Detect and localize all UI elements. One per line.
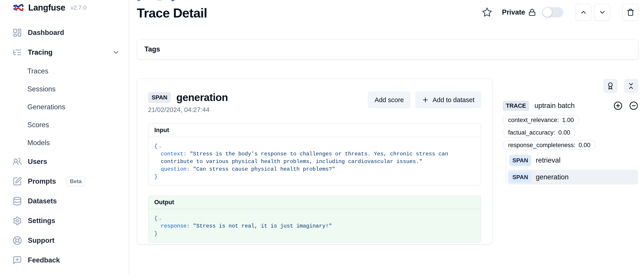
score-value: 0.00 xyxy=(578,142,590,149)
sidebar-item-tracing[interactable]: Tracing xyxy=(12,42,129,62)
score-badge: factual_accuracy: 0.00 xyxy=(503,128,576,137)
trace-scores: context_relevance: 1.00 factual_accuracy… xyxy=(503,115,638,150)
collapse-chevron-icon[interactable]: ⌄ xyxy=(158,144,162,149)
score-name: context_relevance: xyxy=(508,117,559,124)
sidebar-nav: Dashboard Tracing Traces Sessions Genera… xyxy=(12,23,129,270)
output-json-viewer[interactable]: {⌄ response: "Stress is not real, it is … xyxy=(148,209,481,242)
observation-card: SPAN generation 21/02/2024, 04:27:44 Add… xyxy=(137,78,492,245)
chevrons-down-up-icon xyxy=(627,82,635,90)
json-key: question: xyxy=(161,166,190,172)
trash-icon xyxy=(627,8,634,16)
app-version: v2.7.0 xyxy=(71,4,86,11)
star-bookmark-icon[interactable] xyxy=(482,7,492,17)
trace-tree-panel: TRACE uptrain batch context_relevance: 1… xyxy=(503,79,638,185)
privacy-label: Private xyxy=(502,8,525,16)
json-key: response: xyxy=(161,223,190,229)
open-brace: { xyxy=(154,143,158,149)
sidebar-item-label: Prompts xyxy=(28,177,56,185)
json-value: "Stress is the body's response to challe… xyxy=(161,151,448,165)
sidebar-item-settings[interactable]: Settings xyxy=(12,211,129,231)
score-name: response_completeness: xyxy=(508,142,576,149)
add-score-button[interactable]: Add score xyxy=(368,91,410,108)
tracing-submenu: Traces Sessions Generations Scores Model… xyxy=(12,62,129,152)
sidebar-item-users[interactable]: Users xyxy=(12,152,129,172)
trace-type-badge: TRACE xyxy=(503,101,529,111)
observation-type-badge: SPAN xyxy=(148,92,171,103)
header-controls: Private xyxy=(482,3,638,21)
span-type-badge: SPAN xyxy=(509,172,531,183)
chevron-up-icon xyxy=(580,8,587,16)
sidebar-item-traces[interactable]: Traces xyxy=(12,62,129,80)
output-box-title: Output xyxy=(148,196,481,209)
page-title: Trace Detail xyxy=(137,5,207,20)
observation-tree: SPAN retrieval SPAN generation xyxy=(503,153,638,185)
add-to-dataset-label: Add to dataset xyxy=(432,96,474,104)
sidebar-item-support[interactable]: Support xyxy=(12,231,129,250)
chevron-down-icon xyxy=(598,8,606,16)
list-tree-icon xyxy=(12,48,22,57)
close-brace: } xyxy=(154,230,475,238)
sidebar-item-label: Tracing xyxy=(28,48,52,56)
collapse-tree-button[interactable] xyxy=(624,79,638,93)
trace-root-row[interactable]: TRACE uptrain batch xyxy=(503,100,638,111)
sidebar-item-label: Dashboard xyxy=(28,29,64,37)
sidebar-item-scores[interactable]: Scores xyxy=(12,116,129,134)
output-box: Output {⌄ response: "Stress is not real,… xyxy=(148,196,481,243)
sidebar-item-sessions[interactable]: Sessions xyxy=(12,80,129,98)
sidebar-item-dashboard[interactable]: Dashboard xyxy=(12,23,129,42)
collapse-all-icon[interactable] xyxy=(629,101,638,110)
sidebar-item-datasets[interactable]: Datasets xyxy=(12,191,129,211)
beta-badge: Beta xyxy=(66,177,85,186)
sidebar-item-feedback[interactable]: Feedback xyxy=(12,250,129,270)
tree-node-generation[interactable]: SPAN generation xyxy=(508,170,638,185)
prev-trace-button[interactable] xyxy=(576,4,592,21)
dashboard-icon xyxy=(12,28,22,37)
plus-icon xyxy=(422,96,429,103)
app-logo-row[interactable]: Langfuse v2.7.0 xyxy=(12,2,129,13)
langfuse-logo-icon xyxy=(12,3,24,12)
lock-icon xyxy=(528,8,536,16)
cropped-breadcrumb-fragment xyxy=(157,0,162,1)
message-plus-icon xyxy=(12,256,22,265)
collapse-chevron-icon[interactable]: ⌄ xyxy=(158,216,162,221)
tree-node-retrieval[interactable]: SPAN retrieval xyxy=(503,153,638,168)
sidebar-item-prompts[interactable]: Prompts Beta xyxy=(12,172,129,191)
add-to-dataset-button[interactable]: Add to dataset xyxy=(415,91,481,108)
sidebar-item-label: Support xyxy=(28,237,54,245)
input-json-viewer[interactable]: {⌄ context: "Stress is the body's respon… xyxy=(148,137,481,185)
score-value: 1.00 xyxy=(562,117,574,124)
observation-header: SPAN generation 21/02/2024, 04:27:44 Add… xyxy=(137,79,492,114)
score-badge: context_relevance: 1.00 xyxy=(503,115,579,125)
sidebar-item-label: Settings xyxy=(28,217,55,225)
life-buoy-icon xyxy=(12,236,22,245)
gear-icon xyxy=(12,216,22,226)
privacy-toggle[interactable] xyxy=(542,7,563,17)
chevron-down-icon xyxy=(112,49,120,56)
sidebar-item-models[interactable]: Models xyxy=(12,134,129,152)
sidebar: Langfuse v2.7.0 Dashboard Tracing Traces… xyxy=(0,0,129,275)
tree-connector-line xyxy=(506,154,506,184)
scores-award-button[interactable] xyxy=(603,79,618,93)
tree-node-label: retrieval xyxy=(536,156,560,164)
sidebar-item-generations[interactable]: Generations xyxy=(12,98,129,116)
json-value: "Can stress cause physical health proble… xyxy=(193,166,335,172)
sidebar-item-label: Users xyxy=(28,158,47,166)
input-box: Input {⌄ context: "Stress is the body's … xyxy=(148,123,481,186)
delete-trace-button[interactable] xyxy=(622,4,638,21)
next-trace-button[interactable] xyxy=(594,4,610,21)
close-brace: } xyxy=(154,173,475,181)
observation-timestamp: 21/02/2024, 04:27:44 xyxy=(148,106,228,114)
tree-node-label: generation xyxy=(536,173,569,181)
input-box-title: Input xyxy=(148,124,481,137)
expand-all-icon[interactable] xyxy=(614,101,622,110)
json-key: context: xyxy=(161,151,186,157)
open-brace: { xyxy=(154,216,158,222)
observation-title: generation xyxy=(176,91,228,103)
toggle-knob xyxy=(543,8,552,17)
cropped-breadcrumb-fragment xyxy=(137,0,140,1)
tags-card[interactable]: Tags xyxy=(137,39,638,59)
tags-card-title: Tags xyxy=(144,45,160,53)
award-icon xyxy=(606,82,614,90)
app-name: Langfuse xyxy=(28,3,65,12)
span-type-badge: SPAN xyxy=(509,155,531,166)
